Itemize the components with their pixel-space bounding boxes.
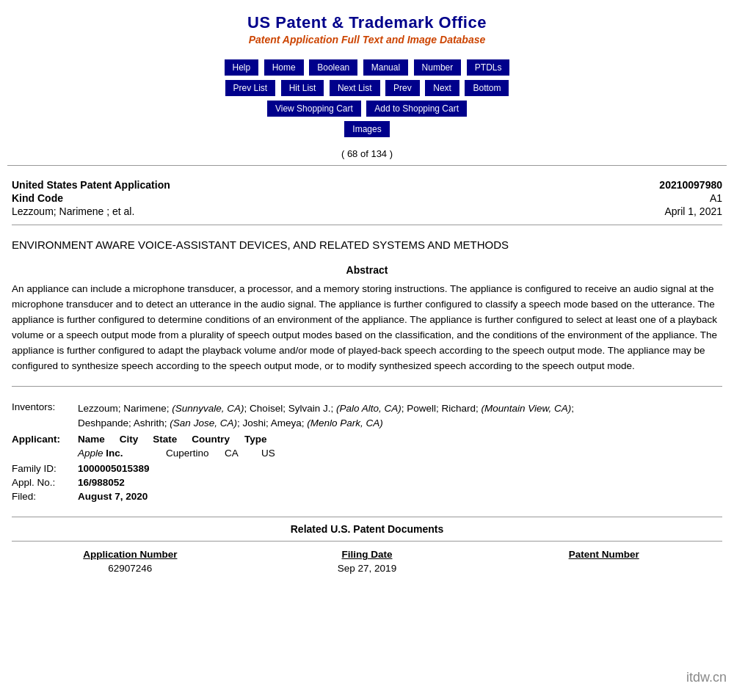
inventors-label: Inventors: bbox=[12, 401, 78, 431]
patent-title-section: ENVIRONMENT AWARE VOICE-ASSISTANT DEVICE… bbox=[12, 231, 722, 261]
patent-title: ENVIRONMENT AWARE VOICE-ASSISTANT DEVICE… bbox=[12, 238, 722, 251]
patent-date: April 1, 2021 bbox=[659, 205, 722, 217]
applicant-country: US bbox=[261, 448, 291, 459]
view-shopping-cart-button[interactable]: View Shopping Cart bbox=[267, 101, 361, 117]
inventor-lezzoum: Lezzoum; Narimene; bbox=[78, 403, 172, 414]
inventor-lezzoum-loc: (Sunnyvale, CA) bbox=[172, 403, 244, 414]
patent-content: United States Patent Application Kind Co… bbox=[0, 166, 734, 581]
header-divider bbox=[12, 225, 722, 225]
related-col1-header: Application Number bbox=[57, 549, 203, 560]
patent-type: United States Patent Application bbox=[12, 179, 170, 191]
applicant-col-city: City bbox=[120, 434, 139, 445]
applicant-label: Applicant: bbox=[12, 434, 78, 445]
inventors-value: Lezzoum; Narimene; (Sunnyvale, CA); Choi… bbox=[78, 401, 574, 431]
applicant-data-row: Apple Inc. Cupertino CA US bbox=[12, 448, 722, 459]
home-button[interactable]: Home bbox=[264, 59, 304, 76]
nav-row-2: Prev List Hit List Next List Prev Next B… bbox=[0, 79, 734, 97]
bottom-button[interactable]: Bottom bbox=[465, 80, 509, 96]
add-to-shopping-cart-button[interactable]: Add to Shopping Cart bbox=[366, 101, 467, 117]
manual-button[interactable]: Manual bbox=[363, 59, 408, 76]
ptdls-button[interactable]: PTDLs bbox=[467, 59, 510, 76]
applicant-name: Apple Inc. bbox=[78, 448, 166, 459]
related-row1-app: 62907246 bbox=[57, 563, 203, 574]
abstract-section: Abstract An appliance can include a micr… bbox=[12, 261, 722, 377]
patent-number-block: 20210097980 A1 April 1, 2021 bbox=[659, 179, 722, 217]
kind-code-value: A1 bbox=[659, 192, 722, 204]
inventors-row: Inventors: Lezzoum; Narimene; (Sunnyvale… bbox=[12, 401, 722, 431]
appl-no-label: Appl. No.: bbox=[12, 477, 78, 488]
inventor-joshi-loc: (Menlo Park, CA) bbox=[307, 418, 383, 429]
applicant-col-name: Name bbox=[78, 434, 105, 445]
site-subtitle: Patent Application Full Text and Image D… bbox=[0, 34, 734, 45]
help-button[interactable]: Help bbox=[225, 59, 259, 76]
related-col-filing-date: Filing Date Sep 27, 2019 bbox=[294, 549, 440, 574]
number-button[interactable]: Number bbox=[414, 59, 462, 76]
family-id-label: Family ID: bbox=[12, 463, 78, 474]
nav-row-3: View Shopping Cart Add to Shopping Cart bbox=[0, 100, 734, 117]
applicant-header-row: Applicant: Name City State Country Type bbox=[12, 434, 722, 445]
pagination-text: ( 68 of 134 ) bbox=[341, 148, 393, 159]
patent-header-row: United States Patent Application Kind Co… bbox=[12, 173, 722, 219]
navigation: Help Home Boolean Manual Number PTDLs Pr… bbox=[0, 59, 734, 138]
related-section: Related U.S. Patent Documents Applicatio… bbox=[12, 517, 722, 574]
filed-label: Filed: bbox=[12, 491, 78, 502]
prev-button[interactable]: Prev bbox=[385, 80, 420, 96]
applicant-col-country: Country bbox=[192, 434, 230, 445]
next-button[interactable]: Next bbox=[425, 80, 459, 96]
images-button[interactable]: Images bbox=[344, 121, 389, 137]
appl-no-value: 16/988052 bbox=[78, 477, 125, 488]
nav-row-1: Help Home Boolean Manual Number PTDLs bbox=[0, 59, 734, 76]
page-header: US Patent & Trademark Office Patent Appl… bbox=[0, 0, 734, 51]
abstract-heading: Abstract bbox=[12, 264, 722, 276]
patent-number: 20210097980 bbox=[659, 179, 722, 191]
prev-list-button[interactable]: Prev List bbox=[225, 80, 276, 96]
applicant-state: CA bbox=[225, 448, 261, 459]
pagination: ( 68 of 134 ) bbox=[0, 141, 734, 165]
kind-code-label: Kind Code bbox=[12, 192, 170, 204]
nav-row-4: Images bbox=[0, 120, 734, 138]
filed-row: Filed: August 7, 2020 bbox=[12, 491, 722, 502]
inventor-deshpande-loc: (San Jose, CA) bbox=[170, 418, 237, 429]
next-list-button[interactable]: Next List bbox=[330, 80, 380, 96]
related-columns: Application Number 62907246 Filing Date … bbox=[12, 549, 722, 574]
related-col3-header: Patent Number bbox=[531, 549, 677, 560]
inventor-choisel-loc: (Palo Alto, CA) bbox=[336, 403, 401, 414]
inventor-powell-loc: (Mountain View, CA) bbox=[482, 403, 572, 414]
applicant-city: Cupertino bbox=[166, 448, 225, 459]
related-col2-header: Filing Date bbox=[294, 549, 440, 560]
family-id-row: Family ID: 1000005015389 bbox=[12, 463, 722, 474]
abstract-text: An appliance can include a microphone tr… bbox=[12, 282, 722, 374]
applicant-col-state: State bbox=[153, 434, 177, 445]
related-col-app-number: Application Number 62907246 bbox=[57, 549, 203, 574]
inventor-line: Lezzoum; Narimene ; et al. bbox=[12, 205, 170, 217]
site-title: US Patent & Trademark Office bbox=[0, 13, 734, 32]
applicant-col-type: Type bbox=[244, 434, 267, 445]
details-section: Inventors: Lezzoum; Narimene; (Sunnyvale… bbox=[12, 393, 722, 510]
applicant-section: Applicant: Name City State Country Type … bbox=[12, 434, 722, 459]
family-id-value: 1000005015389 bbox=[78, 463, 150, 474]
related-col-patent-number: Patent Number bbox=[531, 549, 677, 574]
applicant-col-headers: Name City State Country Type bbox=[78, 434, 267, 445]
abstract-divider bbox=[12, 386, 722, 387]
patent-type-block: United States Patent Application Kind Co… bbox=[12, 179, 170, 217]
filed-value: August 7, 2020 bbox=[78, 491, 148, 502]
related-header: Related U.S. Patent Documents bbox=[12, 517, 722, 542]
appl-no-row: Appl. No.: 16/988052 bbox=[12, 477, 722, 488]
hit-list-button[interactable]: Hit List bbox=[281, 80, 324, 96]
boolean-button[interactable]: Boolean bbox=[309, 59, 357, 76]
related-row1-date: Sep 27, 2019 bbox=[294, 563, 440, 574]
